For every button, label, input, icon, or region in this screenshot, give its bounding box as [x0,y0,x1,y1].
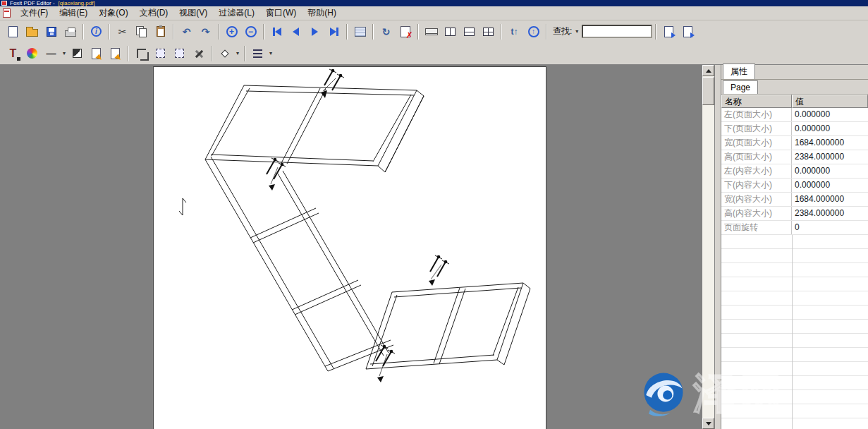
menu-item[interactable]: 文件(F) [15,6,54,20]
property-value[interactable]: 2384.000000 [792,150,868,164]
menu-item[interactable]: 窗口(W) [260,6,302,20]
separator [128,46,129,61]
name-column-header[interactable]: 名称 [721,95,792,108]
keyboard-button[interactable] [422,23,441,41]
scroll-up-button[interactable] [702,65,714,76]
separator [263,24,264,40]
property-name: 高(内容大小) [721,207,792,220]
save-button[interactable] [42,23,61,41]
pdf-page[interactable] [153,66,546,429]
info-button[interactable]: i [87,23,106,41]
page-setup-button[interactable] [350,23,369,41]
split-horizontal-button[interactable] [460,23,479,41]
property-grid-empty [721,235,868,429]
menu-item[interactable]: 文档(D) [134,6,174,20]
print-button[interactable] [61,23,80,41]
separator [211,46,212,61]
delete-page-icon: ✗ [401,26,410,37]
properties-tab[interactable]: 属性 [723,64,755,79]
document-icon[interactable] [3,8,11,18]
separator [372,24,374,40]
split-vertical-button[interactable] [441,23,460,41]
paste-icon [157,26,165,37]
separator [218,24,219,40]
node-icon [221,49,228,57]
paste-button[interactable] [151,23,170,41]
property-row: 宽(页面大小) 1684.000000 [721,136,868,150]
text-up-button[interactable]: t↑ [505,23,524,41]
prev-page-button[interactable] [286,23,305,41]
menu-item[interactable]: 帮助(H) [302,6,342,20]
transform-icon [156,49,165,58]
tools-button[interactable] [189,44,208,63]
rotate-page-button[interactable]: ↻ [377,23,396,41]
redo-button[interactable]: ↷ [196,23,215,41]
red-cross-icon: ✗ [405,31,412,40]
next-page-button[interactable] [305,23,324,41]
property-row: 页面旋转 0 [721,221,868,235]
page-tab[interactable]: Page [723,80,758,94]
undo-button[interactable]: ↶ [177,23,196,41]
node-tool-caret-icon[interactable]: ▾ [234,50,241,56]
value-column-header[interactable]: 值 [792,95,868,108]
zoom-in-button[interactable]: + [222,23,241,41]
scroll-down-button[interactable] [702,418,714,429]
zoom-out-button[interactable]: − [241,23,260,41]
property-value[interactable]: 0.000000 [792,108,868,121]
new-button[interactable] [4,23,23,41]
property-name: 页面旋转 [721,221,792,234]
scrollbar-thumb[interactable] [702,77,714,105]
text-tool-button[interactable]: T [4,44,23,63]
fill-tool-button[interactable] [68,44,87,63]
property-name: 宽(内容大小) [721,193,792,206]
import-page-button[interactable] [678,23,697,41]
crop-tool-button[interactable] [132,44,151,63]
last-page-icon [330,28,336,36]
color-tool-button[interactable] [23,44,42,63]
split-horizontal-icon [464,28,475,36]
property-value[interactable]: 0.000000 [792,122,868,135]
save-icon [47,27,56,37]
property-value[interactable]: 1684.000000 [792,193,868,206]
menu-item[interactable]: 视图(V) [173,6,213,20]
property-value[interactable]: 0.000000 [792,164,868,178]
up-circle-button[interactable]: ↑ [524,23,543,41]
property-value[interactable]: 2384.000000 [792,207,868,220]
edit-object-button[interactable] [87,44,106,63]
find-input[interactable] [582,25,652,38]
split-quad-button[interactable] [479,23,498,41]
property-value[interactable]: 0.000000 [792,179,868,192]
transform-button[interactable] [151,44,170,63]
delete-page-button[interactable]: ✗ [396,23,415,41]
menu-bar: 文件(F)编辑(E)对象(O)文档(D)视图(V)过滤器(L)窗口(W)帮助(H… [0,6,868,20]
export-page-button[interactable] [659,23,678,41]
transform-copy-button[interactable] [170,44,189,63]
node-tool-button[interactable] [215,44,234,63]
align-tool-caret-icon[interactable]: ▾ [267,50,274,56]
edit-page-button[interactable] [106,44,125,63]
copy-button[interactable] [132,23,151,41]
property-value[interactable]: 1684.000000 [792,136,868,150]
menu-item[interactable]: 过滤器(L) [213,6,260,20]
first-page-icon [275,28,281,36]
text-up-icon: t↑ [511,28,518,36]
property-row: 宽(内容大小) 1684.000000 [721,193,868,207]
menu-item[interactable]: 对象(O) [93,6,133,20]
find-dropdown-caret-icon[interactable]: ▾ [573,28,580,35]
cut-button[interactable]: ✂ [113,23,132,41]
document-canvas[interactable] [0,65,702,429]
edit-document-icon [92,48,101,59]
property-name: 左(页面大小) [721,108,792,121]
property-value[interactable]: 0 [792,221,868,234]
last-page-button[interactable] [324,23,343,41]
separator [417,24,419,40]
open-button[interactable] [23,23,42,41]
menu-item[interactable]: 编辑(E) [54,6,93,20]
first-page-button[interactable] [267,23,286,41]
line-tool-button[interactable]: — [42,44,61,63]
panel-splitter[interactable] [714,65,721,429]
line-tool-caret-icon[interactable]: ▾ [61,50,68,56]
property-row: 左(页面大小) 0.000000 [721,108,868,122]
align-tool-button[interactable] [248,44,267,63]
vertical-scrollbar[interactable] [702,65,714,429]
